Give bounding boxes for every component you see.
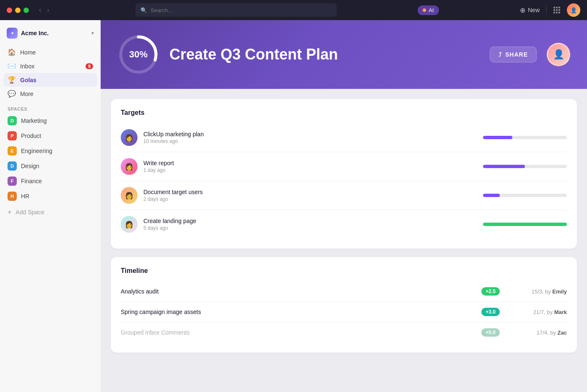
timeline-name: Grouped Inbox Comments xyxy=(121,329,477,336)
timeline-title: Timeline xyxy=(121,267,567,275)
space-badge-finance: F xyxy=(8,177,17,186)
target-info: Document target users 2 days ago xyxy=(143,189,477,202)
target-avatar: 👩 xyxy=(121,216,138,233)
targets-title: Targets xyxy=(121,109,567,117)
share-button[interactable]: ⤴ SHARE xyxy=(490,47,537,62)
space-label: HR xyxy=(21,193,29,200)
chevron-down-icon: ▾ xyxy=(91,30,94,36)
new-button[interactable]: ⊕ New xyxy=(520,6,540,14)
share-label: SHARE xyxy=(505,51,528,58)
divider xyxy=(546,6,547,14)
progress-fill xyxy=(483,223,567,226)
progress-percent: 30% xyxy=(129,49,148,60)
goals-icon: 🏆 xyxy=(8,76,16,84)
sidebar-nav: 🏠 Home ✉️ Inbox 9 🏆 Golas 💬 More xyxy=(0,44,101,102)
sidebar-item-label: More xyxy=(20,91,34,97)
avatar[interactable]: 👤 xyxy=(567,3,580,17)
new-label: New xyxy=(528,7,540,13)
target-item: 👩 ClickUp marketing plan 10 minutes ago xyxy=(121,123,567,152)
space-badge-engineering: E xyxy=(8,146,17,156)
add-space-icon: + xyxy=(8,208,11,216)
space-label: Engineering xyxy=(21,148,52,154)
ai-button[interactable]: AI xyxy=(418,5,439,15)
search-input[interactable] xyxy=(151,7,332,13)
progress-bar xyxy=(483,136,567,139)
space-label: Marketing xyxy=(21,117,47,124)
content-area: Targets 👩 ClickUp marketing plan 10 minu… xyxy=(101,89,587,392)
space-label: Design xyxy=(21,163,39,169)
space-label: Product xyxy=(21,132,41,139)
target-item: 👩 Create landing page 5 days ago xyxy=(121,210,567,239)
space-item-design[interactable]: D Design xyxy=(3,158,97,174)
space-item-engineering[interactable]: E Engineering xyxy=(3,143,97,158)
space-item-hr[interactable]: H HR xyxy=(3,189,97,204)
target-time: 1 day ago xyxy=(143,167,477,173)
close-button[interactable] xyxy=(7,8,12,13)
progress-fill xyxy=(483,136,512,139)
hero-title: Create Q3 Content Plan xyxy=(169,46,480,63)
target-name: ClickUp marketing plan xyxy=(143,131,477,138)
space-badge-marketing: D xyxy=(8,116,17,125)
hero-banner: 30% Create Q3 Content Plan ⤴ SHARE 👤 xyxy=(101,20,587,89)
ai-dot-icon xyxy=(423,8,426,12)
minimize-button[interactable] xyxy=(15,8,21,13)
progress-fill xyxy=(483,165,525,168)
workspace-name: Acme Inc. xyxy=(21,30,88,36)
progress-bar xyxy=(483,223,567,226)
titlebar-right: ⊕ New 👤 xyxy=(520,3,580,17)
progress-ring: 30% xyxy=(117,34,159,75)
titlebar: ‹ › 🔍 AI ⊕ New 👤 xyxy=(0,0,587,20)
space-badge-hr: H xyxy=(8,192,17,201)
hero-user-avatar[interactable]: 👤 xyxy=(547,43,570,66)
share-icon: ⤴ xyxy=(499,51,502,58)
timeline-name: Analytics audit xyxy=(121,288,477,295)
workspace-header[interactable]: ✦ Acme Inc. ▾ xyxy=(0,25,101,44)
sidebar-item-inbox[interactable]: ✉️ Inbox 9 xyxy=(3,59,97,73)
space-badge-design: D xyxy=(8,161,17,171)
timeline-meta: 17/4, by Zac xyxy=(500,330,567,336)
spaces-section-label: Spaces xyxy=(0,102,101,113)
timeline-badge: +5.0 xyxy=(481,328,500,337)
target-info: Write report 1 day ago xyxy=(143,160,477,173)
space-badge-product: P xyxy=(8,131,17,140)
new-plus-icon: ⊕ xyxy=(520,6,525,14)
timeline-badge: +3.0 xyxy=(481,308,500,316)
target-avatar: 👩 xyxy=(121,187,138,204)
targets-card: Targets 👩 ClickUp marketing plan 10 minu… xyxy=(111,99,577,249)
sidebar-item-label: Inbox xyxy=(20,63,34,70)
search-bar[interactable]: 🔍 xyxy=(135,3,337,17)
space-item-marketing[interactable]: D Marketing xyxy=(3,113,97,128)
target-name: Document target users xyxy=(143,189,477,195)
ai-label: AI xyxy=(429,7,434,13)
space-item-product[interactable]: P Product xyxy=(3,128,97,143)
spaces-list: D Marketing P Product E Engineering D De… xyxy=(0,113,101,204)
target-info: ClickUp marketing plan 10 minutes ago xyxy=(143,131,477,144)
progress-fill xyxy=(483,194,500,197)
search-icon: 🔍 xyxy=(140,7,147,13)
sidebar: ✦ Acme Inc. ▾ 🏠 Home ✉️ Inbox 9 🏆 Golas … xyxy=(0,20,101,392)
target-name: Write report xyxy=(143,160,477,166)
sidebar-item-more[interactable]: 💬 More xyxy=(3,87,97,101)
back-button[interactable]: ‹ xyxy=(37,5,43,15)
target-time: 2 days ago xyxy=(143,196,477,202)
space-item-finance[interactable]: F Finance xyxy=(3,174,97,189)
inbox-badge: 9 xyxy=(86,63,93,69)
traffic-lights xyxy=(7,8,29,13)
timeline-badge: +2.5 xyxy=(481,287,500,296)
add-space-button[interactable]: + Add Space xyxy=(0,205,101,219)
target-time: 10 minutes ago xyxy=(143,138,477,144)
progress-bar xyxy=(483,165,567,168)
timeline-meta: 15/3, by Emily xyxy=(500,288,567,295)
target-item: 👩 Document target users 2 days ago xyxy=(121,181,567,210)
nav-arrows: ‹ › xyxy=(37,5,51,15)
grid-icon[interactable] xyxy=(553,7,560,13)
target-name: Create landing page xyxy=(143,218,477,224)
inbox-icon: ✉️ xyxy=(8,62,16,70)
timeline-item: Spring campaign image assets +3.0 21/7, … xyxy=(121,302,567,322)
maximize-button[interactable] xyxy=(23,8,29,13)
target-info: Create landing page 5 days ago xyxy=(143,218,477,231)
forward-button[interactable]: › xyxy=(45,5,51,15)
sidebar-item-home[interactable]: 🏠 Home xyxy=(3,45,97,59)
add-space-label: Add Space xyxy=(16,209,44,215)
sidebar-item-goals[interactable]: 🏆 Golas xyxy=(3,73,97,87)
